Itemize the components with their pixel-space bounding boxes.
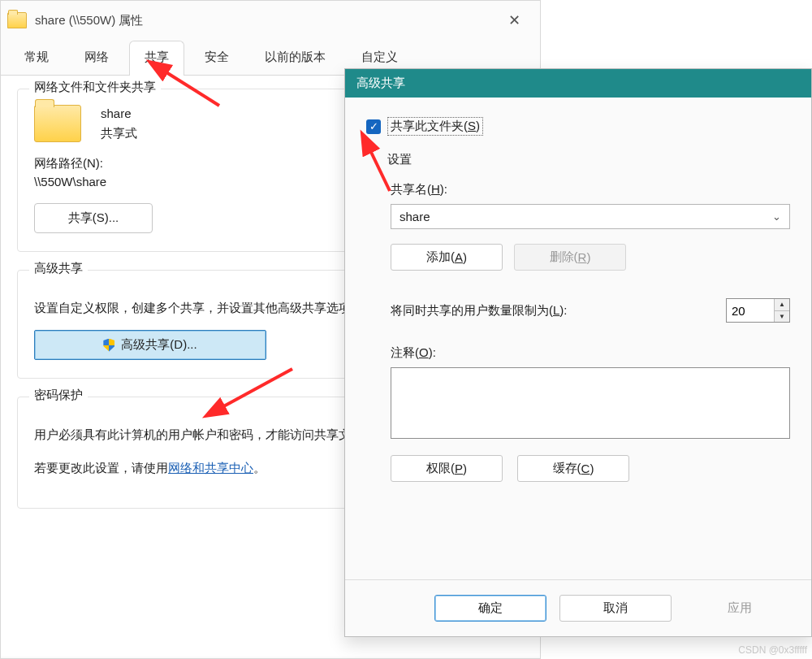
background-window-controls: — ▢ ✕ bbox=[544, 0, 812, 39]
share-name-select[interactable]: share ⌄ bbox=[391, 204, 790, 229]
share-name-label: 共享名(H): bbox=[391, 182, 790, 197]
network-sharing-center-link[interactable]: 网络和共享中心 bbox=[168, 461, 253, 475]
share-folder-icon bbox=[34, 105, 81, 142]
comment-label: 注释(O): bbox=[391, 345, 790, 361]
apply-button: 应用 bbox=[685, 595, 795, 622]
settings-label: 设置 bbox=[387, 152, 790, 167]
bg-close-icon: ✕ bbox=[773, 0, 812, 29]
advanced-share-button-label: 高级共享(D)... bbox=[121, 337, 197, 353]
comment-textarea[interactable] bbox=[391, 367, 790, 439]
uac-shield-icon bbox=[103, 339, 114, 352]
close-icon[interactable]: ✕ bbox=[495, 4, 533, 37]
share-item-name: share bbox=[101, 104, 137, 124]
user-limit-label: 将同时共享的用户数量限制为(L): bbox=[391, 303, 568, 319]
user-limit-spinner[interactable]: ▲ ▼ bbox=[726, 298, 790, 323]
permissions-button[interactable]: 权限(P) bbox=[391, 455, 503, 482]
cancel-button[interactable]: 取消 bbox=[559, 595, 672, 622]
advanced-share-button[interactable]: 高级共享(D)... bbox=[34, 330, 266, 360]
properties-title: share (\\550W) 属性 bbox=[35, 13, 495, 28]
watermark: CSDN @0x3fffff bbox=[738, 644, 807, 656]
share-this-folder-checkbox[interactable] bbox=[366, 119, 381, 134]
add-share-button[interactable]: 添加(A) bbox=[391, 244, 503, 271]
bg-minimize-icon: — bbox=[695, 0, 734, 29]
group-password-protect-title: 密码保护 bbox=[29, 388, 88, 403]
share-item-status: 共享式 bbox=[101, 124, 137, 143]
advanced-sharing-dialog: 高级共享 共享此文件夹(S) 设置 共享名(H): share ⌄ 添加(A bbox=[344, 68, 812, 637]
caching-button[interactable]: 缓存(C) bbox=[517, 455, 629, 482]
remove-share-button: 删除(R) bbox=[514, 244, 626, 271]
tab-sharing[interactable]: 共享 bbox=[129, 41, 184, 75]
group-advanced-share-title: 高级共享 bbox=[29, 261, 88, 276]
properties-titlebar: share (\\550W) 属性 ✕ bbox=[1, 1, 540, 40]
folder-icon bbox=[7, 12, 27, 28]
bg-maximize-icon: ▢ bbox=[734, 0, 773, 29]
tab-security[interactable]: 安全 bbox=[189, 41, 244, 75]
chevron-down-icon: ⌄ bbox=[772, 210, 781, 223]
spinner-up-icon[interactable]: ▲ bbox=[775, 299, 789, 311]
user-limit-input[interactable] bbox=[727, 299, 774, 322]
tab-network[interactable]: 网络 bbox=[69, 41, 124, 75]
group-network-share-title: 网络文件和文件夹共享 bbox=[29, 80, 161, 95]
ok-button[interactable]: 确定 bbox=[434, 595, 546, 622]
spinner-down-icon[interactable]: ▼ bbox=[775, 311, 789, 323]
advanced-sharing-titlebar: 高级共享 bbox=[345, 69, 811, 98]
share-this-folder-label: 共享此文件夹(S) bbox=[389, 119, 482, 134]
tab-general[interactable]: 常规 bbox=[9, 41, 64, 75]
share-name-value: share bbox=[400, 210, 430, 223]
tab-previous[interactable]: 以前的版本 bbox=[249, 41, 341, 75]
share-button[interactable]: 共享(S)... bbox=[34, 203, 153, 233]
